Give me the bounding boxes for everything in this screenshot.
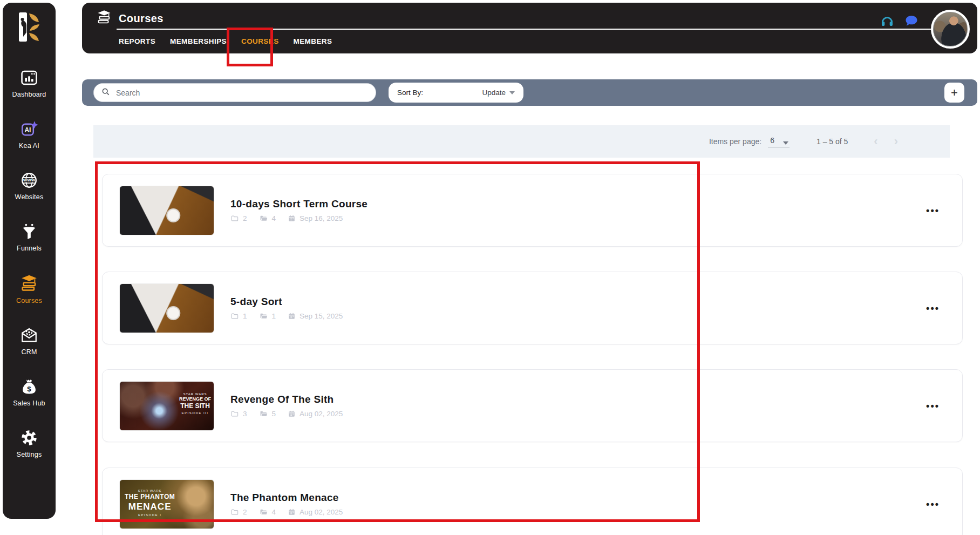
search-icon bbox=[101, 87, 110, 98]
sidebar-item-settings[interactable]: Settings bbox=[3, 429, 56, 458]
course-date: Sep 16, 2025 bbox=[300, 214, 343, 222]
header: Courses REPORTS MEMBERSHIPS COURSES MEMB… bbox=[82, 3, 977, 53]
courses-books-icon bbox=[19, 274, 39, 293]
tab-reports[interactable]: REPORTS bbox=[119, 36, 155, 47]
globe-www-icon: WWW bbox=[19, 171, 39, 189]
poster-line1: THE PHANTOM bbox=[125, 493, 175, 501]
header-actions bbox=[880, 13, 919, 31]
user-avatar[interactable] bbox=[931, 10, 970, 49]
svg-text:WWW: WWW bbox=[23, 178, 36, 182]
folder-open-icon bbox=[259, 508, 268, 516]
open-folder-count: 1 bbox=[272, 312, 276, 320]
course-title: 10-days Short Term Course bbox=[230, 198, 368, 210]
tab-memberships[interactable]: MEMBERSHIPS bbox=[170, 36, 227, 47]
envelope-gear-icon bbox=[19, 326, 39, 344]
tab-courses[interactable]: COURSES bbox=[241, 36, 279, 47]
tab-members[interactable]: MEMBERS bbox=[294, 36, 332, 47]
more-options-button[interactable]: ••• bbox=[926, 498, 940, 510]
calendar-icon bbox=[288, 410, 296, 418]
add-course-button[interactable]: + bbox=[944, 83, 964, 103]
course-thumbnail: STAR WARS THE PHANTOM MENACE EPISODE I bbox=[119, 479, 214, 529]
sidebar-item-label: Settings bbox=[17, 451, 42, 458]
sidebar-item-label: Sales Hub bbox=[13, 399, 45, 407]
sidebar-item-label: Dashboard bbox=[12, 91, 46, 98]
toolbar: Sort By: Update + bbox=[82, 79, 977, 106]
sidebar-item-crm[interactable]: CRM bbox=[3, 326, 56, 356]
sidebar: Dashboard AI Kea AI WWW bbox=[3, 3, 56, 519]
course-card[interactable]: 10-days Short Term Course 2 4 bbox=[102, 174, 963, 247]
calendar-icon bbox=[288, 312, 296, 320]
course-meta: 2 4 Aug 02, 2025 bbox=[230, 508, 355, 516]
sidebar-items: Dashboard AI Kea AI WWW bbox=[3, 69, 56, 458]
sidebar-item-label: Websites bbox=[15, 193, 44, 201]
chevron-down-icon bbox=[509, 91, 515, 94]
sidebar-item-label: CRM bbox=[21, 348, 37, 356]
svg-text:AI: AI bbox=[24, 126, 31, 134]
pagination-prev-button[interactable]: ‹ bbox=[874, 136, 877, 147]
course-meta: 3 5 Aug 02, 2025 bbox=[230, 410, 355, 418]
svg-text:$: $ bbox=[27, 385, 31, 393]
search-input[interactable] bbox=[115, 88, 368, 98]
poster-line1: REVENGE OF bbox=[179, 396, 211, 402]
chat-bubble-icon[interactable] bbox=[904, 13, 919, 31]
calendar-icon bbox=[288, 508, 296, 516]
course-title: Revenge Of The Sith bbox=[230, 394, 355, 405]
sidebar-item-label: Courses bbox=[16, 297, 42, 304]
folder-icon bbox=[230, 508, 239, 516]
page-title: Courses bbox=[119, 12, 164, 25]
folder-icon bbox=[230, 214, 239, 222]
sidebar-item-courses[interactable]: Courses bbox=[3, 274, 56, 304]
gear-icon bbox=[19, 429, 39, 447]
ai-sparkle-icon: AI bbox=[19, 120, 39, 138]
items-per-page-value: 6 bbox=[770, 136, 774, 145]
calendar-icon bbox=[288, 214, 296, 222]
header-nav: REPORTS MEMBERSHIPS COURSES MEMBERS bbox=[119, 36, 332, 47]
course-title: The Phantom Menace bbox=[230, 492, 355, 504]
poster-episode: EPISODE III bbox=[179, 411, 211, 416]
folder-count: 1 bbox=[243, 312, 247, 320]
course-title: 5-day Sort bbox=[230, 296, 355, 308]
folder-open-icon bbox=[259, 312, 268, 320]
pagination-next-button[interactable]: › bbox=[894, 136, 898, 147]
items-per-page-label: Items per page: bbox=[709, 137, 761, 146]
folder-icon bbox=[230, 410, 239, 418]
sidebar-item-sales-hub[interactable]: $ Sales Hub bbox=[3, 377, 56, 407]
chevron-down-icon bbox=[783, 141, 788, 145]
dashboard-icon bbox=[19, 69, 39, 87]
folder-open-icon bbox=[259, 410, 268, 418]
course-date: Sep 15, 2025 bbox=[300, 312, 343, 320]
search-box bbox=[93, 83, 376, 102]
course-card[interactable]: 5-day Sort 1 1 bbox=[102, 272, 963, 344]
course-meta: 1 1 Sep 15, 2025 bbox=[230, 312, 355, 320]
sidebar-item-websites[interactable]: WWW Websites bbox=[3, 171, 56, 201]
more-options-button[interactable]: ••• bbox=[926, 302, 940, 314]
poster-episode: EPISODE I bbox=[125, 513, 175, 518]
sidebar-item-dashboard[interactable]: Dashboard bbox=[3, 69, 56, 98]
folder-open-icon bbox=[259, 214, 268, 222]
poster-brand: STAR WARS bbox=[179, 392, 211, 397]
folder-count: 2 bbox=[243, 214, 247, 222]
folder-count: 2 bbox=[243, 508, 247, 516]
sidebar-item-funnels[interactable]: Funnels bbox=[3, 222, 56, 252]
open-folder-count: 4 bbox=[272, 508, 276, 516]
kea-logo[interactable] bbox=[15, 11, 44, 45]
courses-header-icon bbox=[96, 9, 112, 28]
money-bag-icon: $ bbox=[19, 377, 39, 396]
sidebar-item-label: Kea AI bbox=[19, 142, 39, 150]
open-folder-count: 4 bbox=[272, 214, 276, 222]
course-card[interactable]: STAR WARS REVENGE OF THE SITH EPISODE II… bbox=[102, 369, 963, 442]
pagination-range: 1 – 5 of 5 bbox=[816, 137, 848, 146]
open-folder-count: 5 bbox=[272, 410, 276, 418]
headset-icon[interactable] bbox=[880, 13, 895, 31]
course-thumbnail bbox=[119, 186, 214, 235]
pagination-bar: Items per page: 6 1 – 5 of 5 ‹ › bbox=[93, 125, 950, 158]
items-per-page-select[interactable]: 6 bbox=[768, 136, 790, 147]
sort-by-dropdown[interactable]: Sort By: Update bbox=[389, 83, 523, 103]
sidebar-item-label: Funnels bbox=[17, 245, 42, 252]
sidebar-item-kea-ai[interactable]: AI Kea AI bbox=[3, 120, 56, 150]
funnel-icon bbox=[19, 222, 39, 241]
course-card[interactable]: STAR WARS THE PHANTOM MENACE EPISODE I T… bbox=[102, 468, 963, 535]
more-options-button[interactable]: ••• bbox=[926, 400, 940, 411]
more-options-button[interactable]: ••• bbox=[926, 205, 940, 216]
poster-brand: STAR WARS bbox=[125, 489, 175, 493]
